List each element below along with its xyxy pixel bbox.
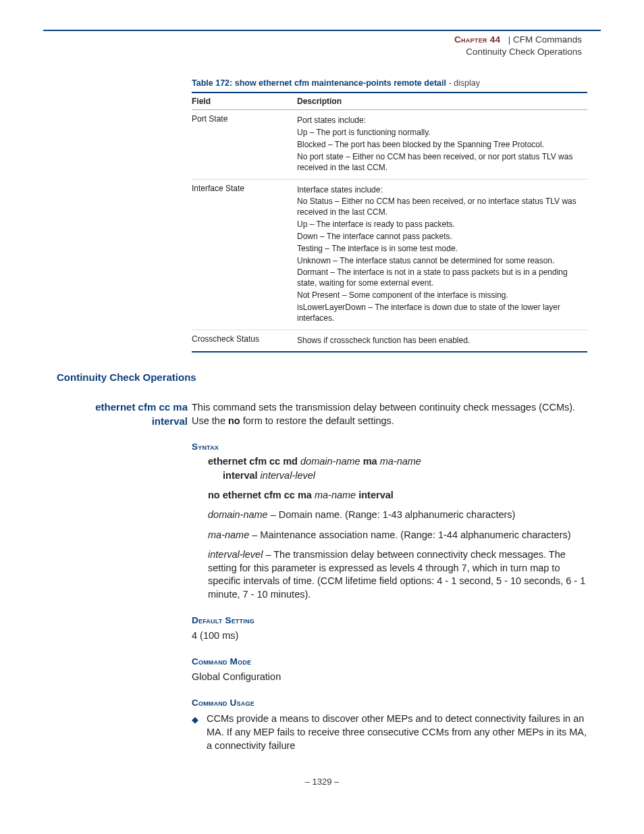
syntax-no-line: no ethernet cfm cc ma ma-name interval bbox=[208, 489, 587, 502]
description-cell: Interface states include:No Status – Eit… bbox=[297, 179, 587, 330]
syntax-arg-2: ma-name bbox=[380, 456, 421, 467]
syntax-kw-1: ethernet cfm cc md bbox=[208, 456, 300, 467]
field-cell: Interface State bbox=[192, 179, 297, 330]
default-setting-value: 4 (100 ms) bbox=[192, 629, 587, 642]
table-title: Table 172: show ethernet cfm maintenance… bbox=[192, 78, 587, 88]
description-line: Down – The interface cannot pass packets… bbox=[297, 232, 583, 242]
syntax-heading: Syntax bbox=[192, 441, 587, 454]
command-name: ethernet cfm cc ma interval bbox=[57, 400, 192, 752]
field-cell: Crosscheck Status bbox=[192, 330, 297, 352]
table-number: Table 172: show ethernet cfm maintenance… bbox=[192, 78, 446, 88]
command-usage-list: ◆CCMs provide a means to discover other … bbox=[192, 712, 587, 752]
syntax-arg-1: domain-name bbox=[300, 456, 360, 467]
param1-name: domain-name bbox=[208, 509, 268, 520]
running-header: Chapter 44 | CFM Commands Continuity Che… bbox=[57, 34, 582, 58]
command-mode-value: Global Configuration bbox=[192, 670, 587, 683]
list-item: ◆CCMs provide a means to discover other … bbox=[192, 712, 587, 752]
command-name-line1: ethernet cfm cc ma bbox=[95, 401, 188, 413]
description-line: Up – The interface is ready to pass pack… bbox=[297, 219, 583, 230]
table-row: Port StatePort states include:Up – The p… bbox=[192, 110, 587, 179]
param2-name: ma-name bbox=[208, 529, 249, 540]
table-row: Interface StateInterface states include:… bbox=[192, 179, 587, 330]
chapter-label: Chapter 44 bbox=[454, 34, 501, 45]
description-line: Not Present – Some component of the inte… bbox=[297, 290, 583, 301]
param-interval-level: interval-level – The transmission delay … bbox=[208, 548, 587, 601]
command-mode-heading: Command Mode bbox=[192, 656, 587, 669]
command-intro-b: form to restore the default settings. bbox=[240, 415, 394, 426]
description-line: isLowerLayerDown – The interface is down… bbox=[297, 303, 583, 324]
description-line: Testing – The interface is in some test … bbox=[297, 244, 583, 255]
description-line: Unknown – The interface status cannot be… bbox=[297, 256, 583, 267]
syntax-no-kw-2: interval bbox=[356, 490, 394, 500]
command-block: ethernet cfm cc ma interval This command… bbox=[57, 400, 587, 752]
param3-name: interval-level bbox=[208, 549, 263, 560]
description-line: No Status – Either no CCM has been recei… bbox=[297, 197, 583, 218]
param2-desc: – Maintenance association name. (Range: … bbox=[249, 529, 570, 540]
syntax-kw-2: ma bbox=[360, 456, 380, 467]
param-domain-name: domain-name – Domain name. (Range: 1-43 … bbox=[208, 509, 587, 522]
description-line: Dormant – The interface is not in a stat… bbox=[297, 267, 583, 289]
th-description: Description bbox=[297, 93, 587, 110]
diamond-bullet-icon: ◆ bbox=[192, 714, 198, 721]
th-field: Field bbox=[192, 93, 297, 110]
header-rule bbox=[43, 30, 601, 31]
table-title-suffix: - display bbox=[446, 78, 480, 88]
description-line: Shows if crosscheck function has been en… bbox=[297, 336, 583, 346]
table-row: Crosscheck StatusShows if crosscheck fun… bbox=[192, 330, 587, 352]
syntax-no-arg: ma-name bbox=[315, 490, 356, 500]
description-table: Field Description Port StatePort states … bbox=[192, 92, 587, 353]
default-setting-heading: Default Setting bbox=[192, 615, 587, 627]
description-cell: Port states include:Up – The port is fun… bbox=[297, 110, 587, 179]
table-section: Table 172: show ethernet cfm maintenance… bbox=[192, 78, 587, 353]
description-line: Interface states include: bbox=[297, 185, 583, 196]
param1-desc: – Domain name. (Range: 1-43 alphanumeric… bbox=[268, 509, 516, 520]
syntax-line-1: ethernet cfm cc md domain-name ma ma-nam… bbox=[208, 455, 587, 469]
section-heading: Continuity Check Operations bbox=[57, 371, 587, 383]
command-usage-heading: Command Usage bbox=[192, 697, 587, 710]
header-separator: | bbox=[503, 34, 510, 45]
chapter-title: CFM Commands bbox=[513, 34, 582, 45]
page: Chapter 44 | CFM Commands Continuity Che… bbox=[0, 0, 644, 807]
description-line: Port states include: bbox=[297, 115, 583, 126]
param3-desc: – The transmission delay between connect… bbox=[208, 549, 585, 600]
command-body: This command sets the transmission delay… bbox=[192, 400, 587, 752]
syntax-line-2: interval interval-level bbox=[223, 469, 587, 482]
description-cell: Shows if crosscheck function has been en… bbox=[297, 330, 587, 352]
chapter-subtitle: Continuity Check Operations bbox=[466, 47, 582, 57]
description-line: Up – The port is functioning normally. bbox=[297, 128, 583, 138]
param-ma-name: ma-name – Maintenance association name. … bbox=[208, 529, 587, 542]
syntax-no-kw-1: no ethernet cfm cc ma bbox=[208, 490, 315, 500]
syntax-arg-3: interval-level bbox=[261, 470, 315, 481]
description-line: No port state – Either no CCM has been r… bbox=[297, 152, 583, 174]
list-item-text: CCMs provide a means to discover other M… bbox=[207, 713, 587, 751]
syntax-kw-3: interval bbox=[223, 470, 261, 481]
description-line: Blocked – The port has been blocked by t… bbox=[297, 140, 583, 151]
command-intro-no: no bbox=[228, 415, 240, 426]
page-number: – 1329 – bbox=[57, 777, 587, 787]
field-cell: Port State bbox=[192, 110, 297, 179]
command-name-line2: interval bbox=[152, 415, 188, 427]
